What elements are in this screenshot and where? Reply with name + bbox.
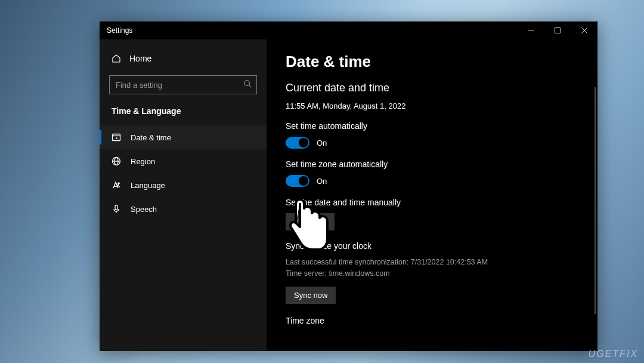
sync-heading: Synchronize your clock <box>286 241 583 251</box>
sidebar-item-language[interactable]: Language <box>100 173 267 197</box>
sidebar-item-label: Region <box>131 157 155 166</box>
svg-rect-13 <box>115 205 117 210</box>
set-manual-label: Set the date and time manually <box>286 198 583 207</box>
home-icon <box>112 54 121 63</box>
settings-window: Settings Home <box>100 21 597 351</box>
sidebar-item-region[interactable]: Region <box>100 149 267 173</box>
sidebar-item-label: Date & time <box>131 133 171 142</box>
page-title: Date & time <box>286 53 583 71</box>
svg-line-5 <box>249 85 252 88</box>
language-icon <box>112 180 121 190</box>
mic-icon <box>112 204 121 214</box>
watermark: UGETFIX <box>589 349 638 359</box>
content-area: Date & time Current date and time 11:55 … <box>267 39 597 351</box>
titlebar[interactable]: Settings <box>100 21 597 39</box>
timezone-heading: Time zone <box>286 316 583 325</box>
sidebar-item-label: Speech <box>131 205 157 214</box>
sync-last: Last successful time synchronization: 7/… <box>286 257 583 268</box>
close-button[interactable] <box>571 21 597 39</box>
set-time-auto-toggle[interactable] <box>286 137 309 149</box>
set-time-auto-label: Set time automatically <box>286 121 583 131</box>
sync-now-button[interactable]: Sync now <box>286 287 336 304</box>
sidebar-category: Time & Language <box>100 106 267 125</box>
sync-info: Last successful time synchronization: 7/… <box>286 257 583 279</box>
sidebar-item-speech[interactable]: Speech <box>100 197 267 221</box>
svg-point-4 <box>244 81 250 86</box>
search-input[interactable] <box>116 81 243 90</box>
search-icon <box>243 79 252 90</box>
sidebar-item-date-time[interactable]: Date & time <box>100 125 267 149</box>
section-current-datetime: Current date and time <box>286 82 583 94</box>
search-box[interactable] <box>109 75 257 94</box>
sidebar-home-label: Home <box>129 54 151 63</box>
sidebar: Home Time & Language Date & time Reg <box>100 39 267 351</box>
set-tz-auto-toggle[interactable] <box>286 175 309 187</box>
minimize-button[interactable] <box>517 21 544 39</box>
window-title: Settings <box>107 26 132 35</box>
set-tz-auto-state: On <box>317 177 327 186</box>
set-time-auto-state: On <box>317 139 327 147</box>
set-tz-auto-label: Set time zone automatically <box>286 159 583 169</box>
svg-rect-1 <box>555 28 560 33</box>
sync-server: Time server: time.windows.com <box>286 268 583 279</box>
window-controls <box>517 21 597 39</box>
change-button[interactable]: Change <box>286 213 335 230</box>
current-datetime-value: 11:55 AM, Monday, August 1, 2022 <box>286 101 583 110</box>
sidebar-home[interactable]: Home <box>100 50 267 67</box>
maximize-button[interactable] <box>544 21 571 39</box>
clock-icon <box>112 133 121 142</box>
globe-icon <box>112 156 121 166</box>
scrollbar[interactable] <box>595 87 596 314</box>
sidebar-item-label: Language <box>131 181 165 190</box>
